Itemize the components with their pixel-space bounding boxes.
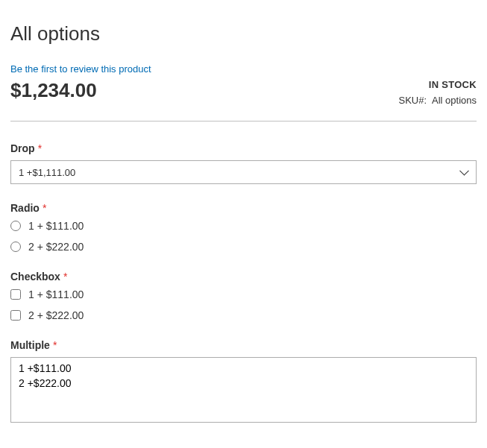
sku-row: SKU#: All options (399, 95, 477, 106)
radio-label: Radio* (10, 202, 477, 214)
required-mark: * (43, 202, 46, 214)
drop-select[interactable]: 1 +$1,111.00 (10, 160, 477, 184)
radio-item: 1 + $111.00 (10, 220, 477, 232)
review-link[interactable]: Be the first to review this product (10, 63, 477, 75)
radio-input-1[interactable] (10, 221, 21, 231)
field-multiple: Multiple* 1 +$111.00 2 +$222.00 (10, 339, 477, 423)
checkbox-item: 1 + $111.00 (10, 288, 477, 300)
checkbox-label: Checkbox* (10, 271, 477, 283)
drop-label: Drop* (10, 142, 477, 154)
checkbox-option-label: 2 + $222.00 (28, 309, 84, 321)
multiple-option[interactable]: 1 +$111.00 (16, 361, 471, 376)
checkbox-input-2[interactable] (10, 310, 21, 321)
page-title: All options (10, 22, 477, 45)
stock-status: IN STOCK (399, 79, 477, 90)
stock-info: IN STOCK SKU#: All options (399, 79, 477, 106)
checkbox-item: 2 + $222.00 (10, 309, 477, 321)
field-drop: Drop* 1 +$1,111.00 (10, 142, 477, 184)
field-radio: Radio* 1 + $111.00 2 + $222.00 (10, 202, 477, 253)
drop-select-wrapper: 1 +$1,111.00 (10, 160, 477, 184)
radio-option-label: 1 + $111.00 (28, 220, 84, 232)
required-mark: * (63, 271, 67, 283)
required-mark: * (38, 142, 42, 154)
radio-input-2[interactable] (10, 242, 21, 252)
multiple-select[interactable]: 1 +$111.00 2 +$222.00 (10, 357, 477, 423)
multiple-label: Multiple* (10, 339, 477, 351)
divider (10, 121, 477, 122)
checkbox-option-label: 1 + $111.00 (28, 288, 84, 300)
multiple-option[interactable]: 2 +$222.00 (16, 376, 471, 391)
radio-item: 2 + $222.00 (10, 241, 477, 253)
checkbox-input-1[interactable] (10, 289, 21, 300)
field-checkbox: Checkbox* 1 + $111.00 2 + $222.00 (10, 271, 477, 321)
required-mark: * (53, 339, 57, 351)
radio-option-label: 2 + $222.00 (28, 241, 84, 253)
product-price: $1,234.00 (10, 79, 97, 102)
sku-label: SKU#: (399, 95, 427, 106)
sku-value: All options (432, 95, 477, 106)
